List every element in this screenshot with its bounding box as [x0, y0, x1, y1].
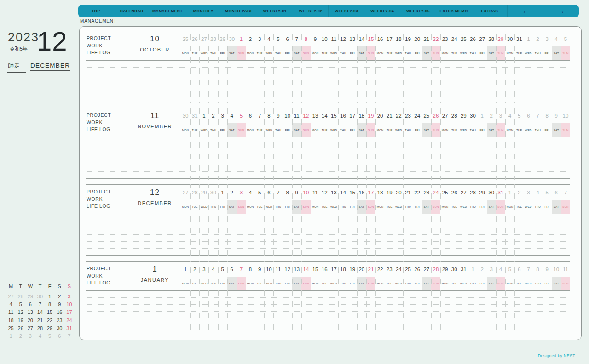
mini-cal-day[interactable]: 15	[45, 308, 55, 316]
mini-cal-day[interactable]: 3	[25, 332, 35, 340]
day-cell[interactable]: 25MON	[440, 185, 450, 214]
day-cell[interactable]: 29MON	[440, 262, 450, 290]
day-cell[interactable]: 17TUE	[385, 31, 394, 60]
mini-cal-day[interactable]: 14	[35, 308, 45, 316]
day-cell[interactable]: 1WED	[199, 108, 208, 137]
day-cell[interactable]: 26THU	[468, 31, 477, 60]
mini-cal-day[interactable]: 9	[55, 300, 64, 308]
day-cell[interactable]: 6MON	[246, 108, 255, 137]
day-cell[interactable]: 2THU	[208, 108, 218, 137]
day-cell[interactable]: 9TUE	[255, 262, 264, 290]
day-cell[interactable]: 21SUN	[366, 262, 375, 290]
day-cell[interactable]: 13FRI	[348, 31, 357, 60]
day-cell[interactable]: 13SAT	[292, 262, 301, 290]
day-cell[interactable]: 24WED	[394, 262, 403, 290]
day-cell[interactable]: 11WED	[329, 31, 338, 60]
day-cell[interactable]: 21SAT	[422, 31, 431, 60]
day-cell[interactable]: 27WED	[199, 31, 208, 60]
mini-cal-day[interactable]: 26	[16, 324, 25, 332]
mini-cal-day[interactable]: 1	[6, 332, 16, 340]
nav-tab-weekly-04[interactable]: WEEKLY-04	[364, 5, 400, 17]
mini-cal-day[interactable]: 27	[6, 292, 16, 300]
day-cell[interactable]: 8SUN	[301, 31, 311, 60]
day-cell[interactable]: 9MON	[311, 31, 320, 60]
day-cell[interactable]: 6WED	[264, 185, 273, 214]
mini-cal-day[interactable]: 28	[16, 292, 25, 300]
day-cell[interactable]: 30MON	[181, 108, 190, 137]
mini-cal-day[interactable]: 31	[64, 324, 74, 332]
day-cell[interactable]: 29FRI	[478, 185, 487, 214]
day-cell[interactable]: 22FRI	[413, 185, 422, 214]
day-cell[interactable]: 16TUE	[320, 262, 329, 290]
mini-cal-day[interactable]: 29	[25, 292, 35, 300]
day-cell[interactable]: 31WED	[459, 262, 468, 290]
day-cell[interactable]: 13WED	[329, 185, 338, 214]
day-cell[interactable]: 16THU	[338, 108, 347, 137]
day-cell[interactable]: 13MON	[311, 108, 320, 137]
day-cell[interactable]: 29WED	[199, 185, 208, 214]
day-cell[interactable]: 9SAT	[292, 185, 301, 214]
day-cell[interactable]: 12SUN	[301, 108, 311, 137]
day-cell[interactable]: 10SAT	[552, 262, 561, 290]
day-cell[interactable]: 4SAT	[552, 31, 561, 60]
day-cell[interactable]: 6FRI	[283, 31, 292, 60]
day-cell[interactable]: 26FRI	[413, 262, 422, 290]
day-cell[interactable]: 7SUN	[561, 185, 570, 214]
day-cell[interactable]: 23MON	[440, 31, 450, 60]
day-cell[interactable]: 3FRI	[218, 108, 227, 137]
section-month-label[interactable]: 12 DECEMBER	[129, 185, 181, 214]
day-cell[interactable]: 24TUE	[450, 31, 459, 60]
day-cell[interactable]: 5MON	[505, 262, 514, 290]
day-cell[interactable]: 12TUE	[320, 185, 329, 214]
day-cell[interactable]: 8FRI	[543, 108, 552, 137]
nav-tab-month-page[interactable]: MONTH PAGE	[221, 5, 257, 17]
section-month-label[interactable]: 10 OCTOBER	[129, 31, 181, 60]
day-cell[interactable]: 25WED	[459, 31, 468, 60]
nav-tab-calendar[interactable]: CALENDAR	[114, 5, 150, 17]
day-cell[interactable]: 27SAT	[422, 262, 431, 290]
day-cell[interactable]: 21TUE	[385, 108, 394, 137]
day-cell[interactable]: 7SUN	[237, 262, 246, 290]
day-cell[interactable]: 20WED	[394, 185, 403, 214]
mini-cal-day[interactable]: 10	[64, 300, 74, 308]
day-cell[interactable]: 7SAT	[292, 31, 301, 60]
mini-cal-day[interactable]: 8	[45, 300, 55, 308]
day-cell[interactable]: 7THU	[533, 108, 542, 137]
mini-cal-day[interactable]: 18	[6, 316, 16, 324]
day-cell[interactable]: 5TUE	[514, 108, 524, 137]
day-cell[interactable]: 6TUE	[514, 262, 524, 290]
nav-tab-weekly-03[interactable]: WEEKLY-03	[328, 5, 364, 17]
day-cell[interactable]: 31TUE	[190, 108, 199, 137]
day-cell[interactable]: 11MON	[311, 185, 320, 214]
day-cell[interactable]: 8MON	[246, 262, 255, 290]
day-cell[interactable]: 4THU	[208, 262, 218, 290]
day-cell[interactable]: 5TUE	[255, 185, 264, 214]
day-cell[interactable]: 3FRI	[543, 31, 552, 60]
day-cell[interactable]: 9FRI	[543, 262, 552, 290]
nav-tab-monthly[interactable]: MONTHLY	[185, 5, 221, 17]
day-cell[interactable]: 3WED	[524, 185, 533, 214]
day-cell[interactable]: 10SUN	[561, 108, 570, 137]
day-cell[interactable]: 7TUE	[255, 108, 264, 137]
nav-tab-weekly-02[interactable]: WEEKLY-02	[293, 5, 329, 17]
day-cell[interactable]: 30THU	[208, 185, 218, 214]
day-cell[interactable]: 30SAT	[487, 185, 496, 214]
nav-tab-management[interactable]: MANAGEMENT	[150, 5, 185, 17]
day-cell[interactable]: 9THU	[273, 108, 283, 137]
day-cell[interactable]: 5SUN	[237, 108, 246, 137]
nav-arrow-left-icon[interactable]: ←	[507, 5, 543, 17]
day-cell[interactable]: 24SUN	[431, 185, 440, 214]
nav-tab-extra-memo[interactable]: EXTRA MEMO	[436, 5, 472, 17]
day-cell[interactable]: 1MON	[181, 262, 190, 290]
day-cell[interactable]: 5THU	[273, 31, 283, 60]
day-cell[interactable]: 26SUN	[431, 108, 440, 137]
day-cell[interactable]: 28TUE	[450, 108, 459, 137]
day-cell[interactable]: 28TUE	[190, 185, 199, 214]
mini-cal-day[interactable]: 30	[35, 292, 45, 300]
day-cell[interactable]: 30TUE	[450, 262, 459, 290]
day-cell[interactable]: 1FRI	[478, 108, 487, 137]
day-cell[interactable]: 26TUE	[450, 185, 459, 214]
mini-cal-day[interactable]: 29	[45, 324, 55, 332]
mini-cal-day[interactable]: 21	[35, 316, 45, 324]
day-cell[interactable]: 25SAT	[422, 108, 431, 137]
